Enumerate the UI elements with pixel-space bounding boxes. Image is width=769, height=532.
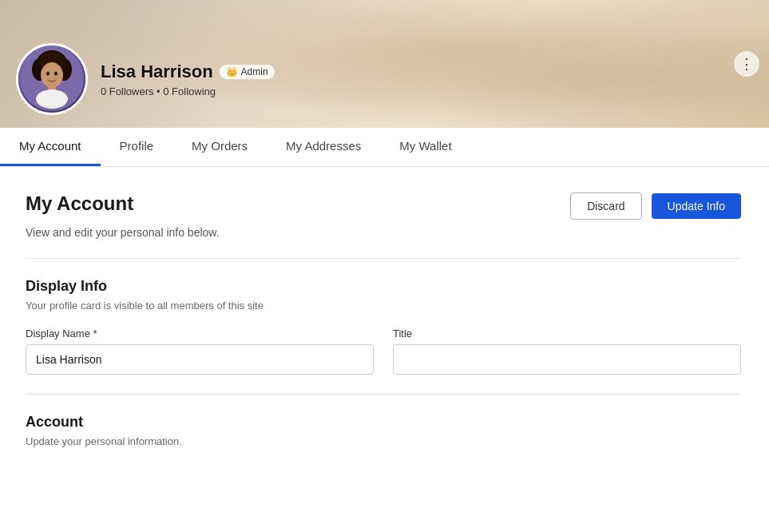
following-count: 0 Following xyxy=(163,85,216,97)
svg-point-5 xyxy=(41,62,63,88)
svg-point-9 xyxy=(54,72,57,76)
avatar-image xyxy=(18,46,85,113)
nav-tabs: My Account Profile My Orders My Addresse… xyxy=(0,128,769,167)
title-input[interactable] xyxy=(393,344,741,375)
page-title: My Account xyxy=(26,193,133,215)
svg-point-8 xyxy=(46,72,50,76)
tab-my-orders[interactable]: My Orders xyxy=(172,128,267,166)
hero-banner: Lisa Harrison 👑 Admin 0 Followers • 0 Fo… xyxy=(0,0,769,128)
divider-1 xyxy=(26,258,741,259)
display-info-subtitle: Your profile card is visible to all memb… xyxy=(26,300,741,312)
update-info-button[interactable]: Update Info xyxy=(652,193,741,219)
page-header: My Account Discard Update Info xyxy=(26,193,741,220)
page-title-section: My Account xyxy=(26,193,133,215)
tab-profile[interactable]: Profile xyxy=(101,128,173,166)
display-name-input[interactable] xyxy=(26,344,374,375)
crown-icon: 👑 xyxy=(226,66,238,77)
admin-badge: 👑 Admin xyxy=(220,65,275,79)
account-title: Account xyxy=(26,414,741,431)
header-actions: Discard Update Info xyxy=(570,193,741,220)
title-group: Title xyxy=(393,328,741,375)
user-info: Lisa Harrison 👑 Admin 0 Followers • 0 Fo… xyxy=(101,62,275,97)
tab-my-addresses[interactable]: My Addresses xyxy=(267,128,380,166)
user-stats: 0 Followers • 0 Following xyxy=(101,85,275,97)
display-name-label: Display Name * xyxy=(26,328,374,339)
user-name: Lisa Harrison xyxy=(101,62,213,82)
account-section: Account Update your personal information… xyxy=(26,414,741,447)
svg-point-7 xyxy=(36,89,68,109)
display-name-group: Display Name * xyxy=(26,328,374,375)
divider-2 xyxy=(26,394,741,395)
account-subtitle: Update your personal information. xyxy=(26,435,741,447)
main-content: My Account Discard Update Info View and … xyxy=(0,167,767,489)
avatar xyxy=(16,43,88,115)
followers-count: 0 Followers xyxy=(101,85,153,97)
admin-label: Admin xyxy=(241,66,268,77)
display-info-section: Display Info Your profile card is visibl… xyxy=(26,278,741,375)
user-name-row: Lisa Harrison 👑 Admin xyxy=(101,62,275,82)
more-options-button[interactable]: ⋮ xyxy=(734,51,759,77)
tab-my-wallet[interactable]: My Wallet xyxy=(380,128,470,166)
hero-content: Lisa Harrison 👑 Admin 0 Followers • 0 Fo… xyxy=(16,43,275,115)
tab-my-account[interactable]: My Account xyxy=(0,128,101,166)
display-info-title: Display Info xyxy=(26,278,741,295)
more-icon: ⋮ xyxy=(739,55,754,73)
display-info-form-row: Display Name * Title xyxy=(26,328,741,375)
discard-button[interactable]: Discard xyxy=(570,193,641,220)
page-subtitle: View and edit your personal info below. xyxy=(26,226,741,239)
stats-separator: • xyxy=(157,85,161,97)
title-label: Title xyxy=(393,328,741,339)
